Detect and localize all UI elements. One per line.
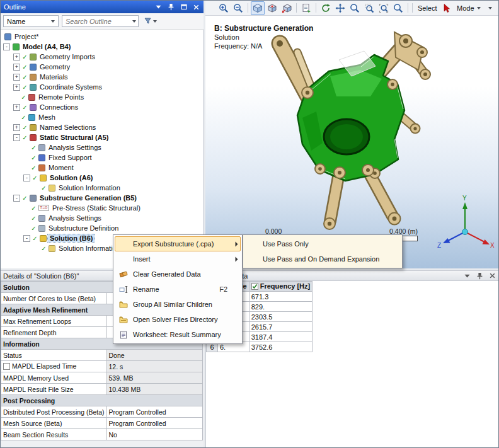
- tree-item-geometry-imports[interactable]: +✓Geometry Imports: [1, 52, 203, 62]
- annotation-line: B: Substructure Generation: [214, 24, 313, 33]
- zoom-button[interactable]: [348, 1, 362, 15]
- submenu-item-use-pass-only[interactable]: Use Pass Only: [244, 236, 401, 251]
- status-check-icon: ✓: [21, 134, 28, 141]
- select-button[interactable]: Select: [415, 2, 440, 14]
- tree-item-label: Pre-Stress (Static Structural): [50, 204, 142, 212]
- collapse-icon[interactable]: -: [3, 43, 10, 50]
- substruct-icon: [30, 195, 37, 202]
- connections-icon: [30, 104, 37, 111]
- tree-item-named-selections[interactable]: +✓Named Selections: [1, 122, 203, 132]
- definition-icon: [38, 225, 45, 232]
- box-zoom-button[interactable]: [362, 1, 376, 15]
- name-filter-select[interactable]: Name: [3, 15, 59, 27]
- tree-item-model-a4-b4[interactable]: -Model (A4, B4): [1, 42, 203, 52]
- expand-icon[interactable]: +: [13, 54, 20, 60]
- tree-item-substructure-generation-b5[interactable]: -✓Substructure Generation (B5): [1, 193, 203, 203]
- tree-item-label: Solution (B6): [48, 234, 95, 242]
- search-input[interactable]: [62, 15, 139, 27]
- tree-item-label: Geometry Imports: [38, 53, 97, 60]
- status-check-icon: ✓: [30, 164, 37, 171]
- zoom-in-button[interactable]: [217, 1, 231, 15]
- zoom-to-fit-button[interactable]: [377, 1, 391, 15]
- expand-icon[interactable]: +: [13, 74, 20, 81]
- tree-item-analysis-settings[interactable]: ✓Analysis Settings: [1, 142, 203, 152]
- menu-item-clear-generated-data[interactable]: Clear Generated Data: [115, 267, 241, 282]
- tree-item-remote-points[interactable]: ✓Remote Points: [1, 92, 203, 102]
- tree-item-project[interactable]: Project*: [1, 32, 203, 42]
- chevron-down-icon: [477, 7, 481, 9]
- chevron-down-icon[interactable]: [463, 272, 471, 280]
- triad-y-label: Y: [462, 195, 467, 202]
- tree-item-mesh[interactable]: ✓Mesh: [1, 112, 203, 122]
- tree-item-fixed-support[interactable]: ✓Fixed Support: [1, 152, 203, 163]
- rotate-button[interactable]: [319, 1, 333, 15]
- tree-item-connections[interactable]: +✓Connections: [1, 102, 203, 112]
- status-check-icon: ✓: [21, 104, 28, 111]
- outline-header-icons: [154, 3, 200, 11]
- tree-item-pre-stress-static-structural[interactable]: ✓T=0Pre-Stress (Static Structural): [1, 203, 203, 213]
- menu-item-export-substructure-cpa[interactable]: Export Substructure (.cpa): [115, 236, 241, 251]
- column-header-frequency-hz: Frequency [Hz]: [249, 282, 312, 292]
- look-at-face-button[interactable]: [265, 1, 279, 15]
- tree-item-solution-a6[interactable]: -✓Solution (A6): [1, 173, 203, 183]
- menu-item-rename[interactable]: RenameF2: [115, 282, 241, 297]
- expand-icon[interactable]: +: [13, 84, 20, 91]
- graphics-toolbar-icons: [217, 1, 410, 15]
- tree-item-static-structural-a5[interactable]: -✓Static Structural (A5): [1, 132, 203, 142]
- expand-icon[interactable]: +: [13, 104, 20, 111]
- triad[interactable]: Y X Z: [435, 194, 495, 254]
- graphics-viewport[interactable]: B: Substructure GenerationSolutionFreque…: [205, 16, 499, 268]
- isometric-view-button[interactable]: [251, 1, 265, 15]
- tree-item-materials[interactable]: +✓Materials: [1, 72, 203, 82]
- pan-button[interactable]: [333, 1, 347, 15]
- checkbox-checked-icon[interactable]: [251, 283, 258, 291]
- tree-item-solution-information[interactable]: ✓Solution Information: [1, 183, 203, 193]
- checkbox-icon[interactable]: [3, 363, 10, 371]
- outline-panel-header: Outline: [1, 1, 204, 13]
- menu-item-worksheet-result-summary[interactable]: Worksheet: Result Summary: [115, 327, 241, 342]
- details-property-name: Refinement Depth: [1, 327, 107, 338]
- tree-item-label: Model (A4, B4): [21, 43, 72, 50]
- collapse-icon[interactable]: -: [13, 134, 20, 141]
- details-property-name: Status: [1, 350, 107, 361]
- pin-icon[interactable]: [476, 272, 484, 280]
- toolbar-overflow-button[interactable]: [484, 1, 497, 15]
- pin-icon[interactable]: [167, 3, 175, 11]
- menu-item-insert[interactable]: Insert: [115, 251, 241, 267]
- menu-item-open-solver-files-directory[interactable]: Open Solver Files Directory: [115, 312, 241, 327]
- maximize-icon[interactable]: [180, 3, 188, 11]
- image-capture-button[interactable]: [299, 1, 313, 15]
- collapse-icon[interactable]: -: [13, 195, 20, 202]
- menu-item-group-all-similar-children[interactable]: Group All Similar Children: [115, 297, 241, 312]
- close-icon[interactable]: [192, 3, 200, 11]
- details-property-value[interactable]: Program Controlled: [106, 418, 202, 429]
- submenu-item-use-pass-and-on-demand-expansion[interactable]: Use Pass and On Demand Expansion: [244, 251, 401, 267]
- tree-item-label: Materials: [38, 73, 70, 81]
- zoom-out-button[interactable]: [231, 1, 245, 15]
- details-property-value[interactable]: No: [106, 429, 202, 440]
- tree-item-coordinate-systems[interactable]: +✓Coordinate Systems: [1, 82, 203, 92]
- magnifier-window-button[interactable]: [391, 1, 405, 15]
- expand-icon[interactable]: +: [13, 124, 20, 131]
- filter-options-button[interactable]: [142, 15, 159, 27]
- view-presets-button[interactable]: [280, 1, 294, 15]
- collapse-icon[interactable]: -: [23, 235, 30, 242]
- moment-icon: [38, 164, 45, 171]
- tree-item-moment[interactable]: ✓Moment: [1, 163, 203, 173]
- collapse-icon[interactable]: -: [23, 175, 30, 181]
- toolbar-separator: [412, 3, 413, 13]
- tree-item-substructure-definition[interactable]: ✓Substructure Definition: [1, 223, 203, 233]
- status-check-icon: ✓: [40, 185, 47, 192]
- tree-item-analysis-settings[interactable]: ✓Analysis Settings: [1, 213, 203, 223]
- details-property-value[interactable]: Program Controlled: [106, 406, 202, 418]
- chevron-down-icon[interactable]: [154, 3, 163, 11]
- tree-item-geometry[interactable]: +✓Geometry: [1, 62, 203, 72]
- named-icon: [30, 124, 37, 131]
- select-cursor-icon[interactable]: [440, 1, 454, 15]
- mode-button[interactable]: Mode: [454, 2, 484, 14]
- close-icon[interactable]: [488, 272, 496, 280]
- tabular-panel-header: Tabular Data: [205, 270, 499, 281]
- expand-spacer: [13, 95, 19, 100]
- expand-icon[interactable]: +: [13, 64, 20, 71]
- settings-icon: [38, 215, 45, 222]
